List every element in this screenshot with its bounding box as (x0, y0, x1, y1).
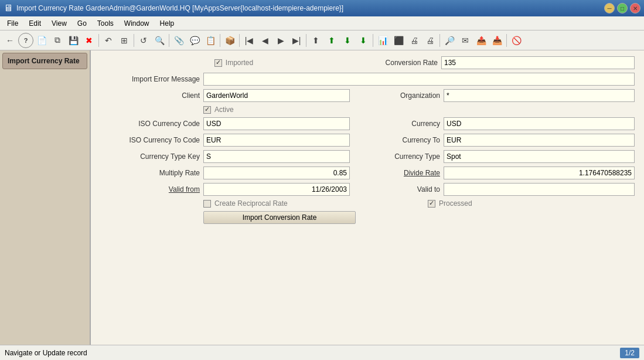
iso-currency-code-input[interactable] (203, 117, 350, 130)
create-reciprocal-label: Create Reciprocal Rate (214, 199, 288, 208)
multiply-rate-label: Multiply Rate (100, 169, 200, 177)
valid-from-label: Valid from (100, 185, 200, 193)
delete-button[interactable]: ✖ (81, 33, 97, 48)
import-conversion-rate-button[interactable]: Import Conversion Rate (203, 211, 356, 224)
undo-button[interactable]: ↶ (101, 33, 116, 48)
client-label: Client (100, 91, 200, 100)
save-button[interactable]: 💾 (66, 33, 81, 48)
detail-button[interactable]: ⬇ (356, 33, 371, 48)
print2-button[interactable]: 🖨 (422, 33, 438, 48)
import-button[interactable]: 📥 (489, 33, 505, 48)
divide-rate-input[interactable] (444, 167, 635, 179)
minimize-button[interactable]: ─ (604, 3, 615, 13)
help-button[interactable]: ? (18, 33, 33, 48)
down-button[interactable]: ⬇ (340, 33, 355, 48)
currency-to-input[interactable] (444, 134, 635, 147)
chart-button[interactable]: ⬛ (391, 33, 406, 48)
window-title: Import Currency Rate GardenAdmin@GardenW… (16, 4, 343, 12)
separator-3 (169, 34, 169, 47)
status-message: Navigate or Update record (5, 349, 87, 357)
menu-view[interactable]: View (47, 18, 71, 29)
history-button[interactable]: 📋 (203, 33, 218, 48)
imported-label: Imported (226, 59, 253, 67)
zoom-button[interactable]: 🔎 (442, 33, 457, 48)
product-button[interactable]: 📦 (222, 33, 237, 48)
iso-currency-to-label: ISO Currency To Code (100, 136, 200, 144)
create-reciprocal-checkbox (203, 200, 211, 208)
grid-button[interactable]: ⊞ (117, 33, 132, 48)
import-error-input[interactable] (203, 73, 635, 86)
mail-button[interactable]: ✉ (458, 33, 473, 48)
menu-bar: File Edit View Go Tools Window Help (0, 16, 644, 30)
currency-input[interactable] (444, 117, 635, 130)
close-button[interactable]: ✕ (630, 3, 640, 13)
find-button[interactable]: 🔍 (152, 33, 167, 48)
title-bar: 🖥 Import Currency Rate GardenAdmin@Garde… (0, 0, 644, 16)
valid-from-input[interactable] (203, 183, 350, 196)
divide-rate-label: Divide Rate (370, 169, 440, 177)
currency-type-label: Currency Type (370, 152, 440, 161)
conversion-rate-label: Conversion Rate (367, 59, 438, 67)
refresh-button[interactable]: ↺ (136, 33, 151, 48)
print-button[interactable]: 🖨 (407, 33, 422, 48)
processed-label: Processed (439, 199, 472, 208)
menu-window[interactable]: Window (120, 18, 154, 29)
imported-checkbox (214, 59, 222, 67)
status-bar: Navigate or Update record 1/2 (0, 345, 644, 360)
separator-1 (98, 34, 99, 47)
menu-tools[interactable]: Tools (93, 18, 118, 29)
separator-4 (220, 34, 220, 47)
back-button[interactable]: ← (2, 33, 18, 48)
new-record-button[interactable]: 📄 (34, 33, 49, 48)
conversion-rate-input[interactable] (441, 56, 635, 69)
stop-button[interactable]: 🚫 (509, 33, 524, 48)
menu-help[interactable]: Help (155, 18, 179, 29)
valid-to-input[interactable] (444, 183, 635, 196)
export-button[interactable]: 📤 (473, 33, 489, 48)
separator-5 (239, 34, 240, 47)
multiply-rate-input[interactable] (203, 167, 350, 179)
main-area: Import Currency Rate Imported Conversion… (0, 50, 644, 345)
up-button[interactable]: ⬆ (324, 33, 339, 48)
currency-type-key-input[interactable] (203, 150, 350, 163)
separator-9 (506, 34, 507, 47)
copy-button[interactable]: ⧉ (50, 33, 65, 48)
report-button[interactable]: 📊 (375, 33, 390, 48)
form-area: Imported Conversion Rate Import Error Me… (91, 50, 644, 345)
iso-currency-to-input[interactable] (203, 134, 350, 147)
nav-last-button[interactable]: ▶| (289, 33, 304, 48)
import-error-label: Import Error Message (100, 75, 200, 83)
page-indicator: 1/2 (620, 348, 639, 358)
separator-6 (306, 34, 306, 47)
active-checkbox (203, 106, 211, 114)
currency-label: Currency (370, 120, 440, 128)
nav-prev-button[interactable]: ◀ (257, 33, 272, 48)
iso-currency-code-label: ISO Currency Code (100, 120, 200, 128)
separator-8 (439, 34, 440, 47)
nav-next-button[interactable]: ▶ (273, 33, 288, 48)
nav-first-button[interactable]: |◀ (241, 33, 257, 48)
sidebar-item-import-currency-rate[interactable]: Import Currency Rate (2, 53, 87, 69)
separator-7 (373, 34, 373, 47)
currency-to-label: Currency To (370, 136, 440, 144)
organization-label: Organization (370, 91, 440, 100)
parent-button[interactable]: ⬆ (308, 33, 323, 48)
separator-2 (134, 34, 134, 47)
active-label: Active (214, 106, 234, 114)
toolbar: ← ? 📄 ⧉ 💾 ✖ ↶ ⊞ ↺ 🔍 📎 💬 📋 📦 |◀ ◀ ▶ ▶| ⬆ … (0, 30, 644, 50)
currency-type-key-label: Currency Type Key (100, 152, 200, 161)
organization-input[interactable] (444, 89, 635, 102)
client-input[interactable] (203, 89, 350, 102)
menu-edit[interactable]: Edit (24, 18, 46, 29)
menu-go[interactable]: Go (73, 18, 91, 29)
valid-to-label: Valid to (370, 185, 440, 193)
maximize-button[interactable]: □ (617, 3, 628, 13)
attach-button[interactable]: 📎 (171, 33, 186, 48)
processed-checkbox (428, 200, 435, 208)
menu-file[interactable]: File (2, 18, 23, 29)
sidebar: Import Currency Rate (0, 50, 91, 345)
currency-type-input[interactable] (444, 150, 635, 163)
note-button[interactable]: 💬 (187, 33, 202, 48)
